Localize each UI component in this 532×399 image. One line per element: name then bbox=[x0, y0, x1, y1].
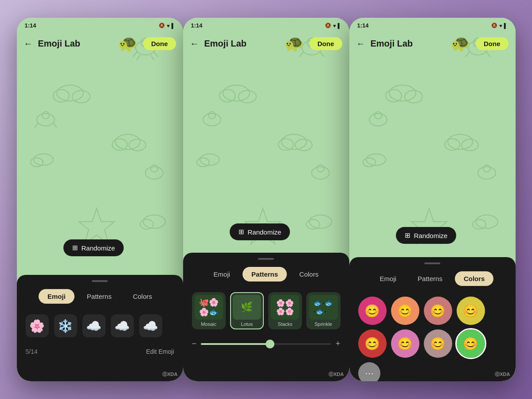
svg-point-27 bbox=[203, 113, 221, 126]
svg-point-10 bbox=[145, 167, 163, 179]
color-item-8[interactable]: 😊 bbox=[457, 329, 485, 358]
svg-point-29 bbox=[312, 167, 329, 179]
svg-point-41 bbox=[306, 219, 320, 229]
color-item-5[interactable]: 😊 bbox=[358, 329, 387, 358]
watermark-1: ⓪XDA bbox=[162, 371, 177, 378]
done-button-3[interactable]: Done bbox=[476, 37, 509, 50]
tab-colors-1[interactable]: Colors bbox=[124, 289, 161, 304]
back-button-2[interactable]: ← bbox=[190, 39, 199, 49]
color-face-4: 😊 bbox=[463, 304, 478, 318]
done-button-1[interactable]: Done bbox=[143, 37, 176, 50]
randomize-label-3: Randomize bbox=[414, 232, 448, 239]
status-icons-2: 🔕 ♥ ▌ bbox=[325, 23, 341, 28]
tab-colors-2[interactable]: Colors bbox=[290, 267, 327, 282]
emoji-item-2[interactable]: ❄️ bbox=[54, 314, 77, 337]
tab-patterns-2[interactable]: Patterns bbox=[243, 267, 287, 282]
color-item-4[interactable]: 😊 bbox=[457, 297, 485, 325]
app-title-3: Emoji Lab bbox=[371, 39, 446, 49]
svg-point-54 bbox=[445, 139, 460, 150]
edit-emoji-btn-1[interactable]: Edit Emoji bbox=[146, 348, 174, 355]
heart-icon-3: ♥ bbox=[499, 23, 502, 28]
pattern-label-stacks: Stacks bbox=[278, 321, 293, 327]
tab-emoji-1[interactable]: Emoji bbox=[39, 289, 74, 304]
heart-icon-2: ♥ bbox=[333, 23, 336, 28]
color-item-3[interactable]: 😊 bbox=[424, 297, 452, 325]
color-face-2: 😊 bbox=[397, 304, 413, 318]
back-button-3[interactable]: ← bbox=[356, 39, 365, 49]
sheet-footer-1: 5/14 Edit Emoji bbox=[24, 348, 176, 355]
randomize-icon-1: ⊞ bbox=[72, 244, 78, 252]
time-3: 1:14 bbox=[357, 22, 369, 29]
status-icons-3: 🔕 ♥ ▌ bbox=[491, 23, 507, 28]
app-title-2: Emoji Lab bbox=[204, 39, 279, 49]
svg-point-14 bbox=[72, 90, 90, 103]
color-item-1[interactable]: 😊 bbox=[358, 297, 387, 325]
color-face-6: 😊 bbox=[397, 336, 413, 351]
emoji-item-3[interactable]: ☁️ bbox=[82, 314, 106, 337]
randomize-icon-2: ⊞ bbox=[239, 228, 244, 236]
slider-minus-2[interactable]: − bbox=[192, 339, 197, 348]
emoji-item-4[interactable]: ☁️ bbox=[111, 314, 134, 337]
status-bar-2: 1:14 🔕 ♥ ▌ bbox=[183, 18, 349, 31]
emoji-item-1[interactable]: 🌸 bbox=[26, 314, 49, 337]
svg-point-55 bbox=[462, 139, 478, 151]
svg-point-13 bbox=[53, 90, 69, 102]
pattern-thumb-mosaic: 🐙🌸🌸🐟 bbox=[195, 295, 223, 320]
tab-emoji-2[interactable]: Emoji bbox=[205, 267, 239, 282]
bottom-sheet-3: Emoji Patterns Colors 😊 😊 😊 😊 bbox=[349, 257, 516, 381]
app-header-3: ← Emoji Lab 🐢 Done bbox=[349, 31, 516, 56]
pattern-cards-2: 🐙🌸🌸🐟 Mosaic 🌿 Lotus 🌸🌸🌸🌸 Stacks 🐟·🐟·🐟· S… bbox=[190, 289, 342, 333]
phone-frame-2: 1:14 🔕 ♥ ▌ ← Emoji Lab 🐢 Done ⊞ Randomiz… bbox=[183, 18, 349, 381]
randomize-button-2[interactable]: ⊞ Randomize bbox=[230, 223, 290, 240]
status-bar-1: 1:14 🔕 ♥ ▌ bbox=[17, 18, 183, 31]
pattern-card-lotus[interactable]: 🌿 Lotus bbox=[230, 292, 264, 329]
back-button-1[interactable]: ← bbox=[24, 39, 33, 49]
tabs-1: Emoji Patterns Colors bbox=[24, 289, 176, 304]
svg-point-6 bbox=[37, 113, 55, 126]
tabs-3: Emoji Patterns Colors bbox=[356, 271, 509, 286]
svg-point-21 bbox=[143, 215, 165, 228]
app-header-1: ← Emoji Lab 🐢 Done bbox=[17, 31, 183, 56]
emoji-item-5[interactable]: ☁️ bbox=[139, 314, 162, 337]
svg-point-56 bbox=[366, 154, 386, 165]
slider-row-2: − + bbox=[190, 339, 342, 348]
watermark-2: ⓪XDA bbox=[329, 371, 344, 378]
randomize-button-1[interactable]: ⊞ Randomize bbox=[63, 239, 124, 256]
svg-point-37 bbox=[200, 154, 219, 165]
svg-point-36 bbox=[295, 139, 312, 151]
color-item-7[interactable]: 😊 bbox=[424, 329, 452, 358]
slider-thumb-2[interactable] bbox=[266, 340, 274, 348]
randomize-button-3[interactable]: ⊞ Randomize bbox=[396, 227, 457, 244]
pattern-thumb-sprinkle: 🐟·🐟·🐟· bbox=[309, 295, 337, 320]
pattern-label-sprinkle: Sprinkle bbox=[315, 321, 332, 327]
svg-point-38 bbox=[197, 158, 209, 167]
done-button-2[interactable]: Done bbox=[309, 37, 342, 50]
tab-colors-3[interactable]: Colors bbox=[455, 271, 494, 286]
battery-icon: ▌ bbox=[172, 23, 175, 28]
svg-point-59 bbox=[476, 215, 498, 228]
svg-marker-20 bbox=[79, 208, 114, 244]
color-item-more[interactable]: ⋯ bbox=[358, 362, 380, 381]
svg-point-53 bbox=[448, 134, 473, 149]
svg-point-19 bbox=[31, 158, 43, 167]
randomize-label-2: Randomize bbox=[248, 228, 282, 236]
slider-fill-2 bbox=[201, 343, 273, 345]
slider-plus-2[interactable]: + bbox=[336, 339, 340, 348]
pattern-card-mosaic[interactable]: 🐙🌸🌸🐟 Mosaic bbox=[192, 292, 226, 329]
pattern-card-stacks[interactable]: 🌸🌸🌸🌸 Stacks bbox=[268, 292, 302, 329]
tab-emoji-3[interactable]: Emoji bbox=[371, 271, 406, 286]
time-1: 1:14 bbox=[25, 22, 36, 29]
tab-patterns-1[interactable]: Patterns bbox=[78, 289, 121, 304]
svg-point-31 bbox=[223, 85, 250, 101]
svg-point-46 bbox=[369, 113, 387, 126]
color-face-8: 😊 bbox=[463, 336, 478, 351]
status-icons-1: 🔕 ♥ ▌ bbox=[159, 23, 175, 28]
svg-point-52 bbox=[405, 90, 422, 103]
tab-patterns-3[interactable]: Patterns bbox=[409, 271, 451, 286]
color-item-6[interactable]: 😊 bbox=[391, 329, 419, 358]
svg-line-8 bbox=[35, 123, 38, 128]
svg-point-12 bbox=[57, 85, 83, 101]
pattern-card-sprinkle[interactable]: 🐟·🐟·🐟· Sprinkle bbox=[306, 292, 340, 329]
slider-track-2[interactable] bbox=[201, 343, 331, 345]
color-item-2[interactable]: 😊 bbox=[391, 297, 419, 325]
